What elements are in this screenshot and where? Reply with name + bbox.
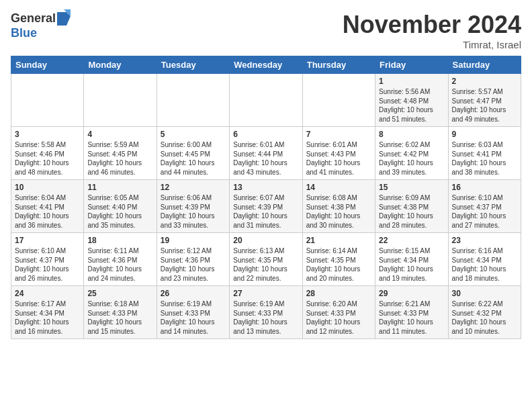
calendar-cell: 27Sunrise: 6:19 AM Sunset: 4:33 PM Dayli… [230, 286, 302, 339]
calendar-cell: 28Sunrise: 6:20 AM Sunset: 4:33 PM Dayli… [302, 286, 375, 339]
day-info: Sunrise: 6:15 AM Sunset: 4:34 PM Dayligh… [379, 246, 444, 283]
day-number: 23 [452, 236, 517, 245]
calendar-cell: 17Sunrise: 6:10 AM Sunset: 4:37 PM Dayli… [11, 233, 84, 286]
calendar-header-row: SundayMondayTuesdayWednesdayThursdayFrid… [11, 56, 521, 74]
day-info: Sunrise: 6:10 AM Sunset: 4:37 PM Dayligh… [15, 246, 80, 283]
day-number: 22 [379, 236, 444, 245]
day-info: Sunrise: 6:04 AM Sunset: 4:41 PM Dayligh… [15, 193, 80, 230]
day-number: 18 [87, 236, 152, 245]
day-info: Sunrise: 6:03 AM Sunset: 4:41 PM Dayligh… [452, 140, 517, 177]
day-info: Sunrise: 6:10 AM Sunset: 4:37 PM Dayligh… [452, 193, 517, 230]
calendar-week-1: 1Sunrise: 5:56 AM Sunset: 4:48 PM Daylig… [11, 74, 521, 127]
calendar-cell: 23Sunrise: 6:16 AM Sunset: 4:34 PM Dayli… [448, 233, 521, 286]
day-number: 3 [15, 130, 80, 139]
day-info: Sunrise: 6:14 AM Sunset: 4:35 PM Dayligh… [306, 246, 371, 283]
day-info: Sunrise: 6:20 AM Sunset: 4:33 PM Dayligh… [306, 300, 371, 336]
logo-icon [57, 9, 71, 26]
day-number: 4 [87, 130, 152, 139]
calendar-header-sunday: Sunday [11, 56, 84, 74]
day-info: Sunrise: 6:13 AM Sunset: 4:35 PM Dayligh… [233, 246, 298, 283]
day-number: 24 [15, 289, 80, 298]
calendar-cell: 16Sunrise: 6:10 AM Sunset: 4:37 PM Dayli… [448, 180, 521, 233]
day-info: Sunrise: 5:59 AM Sunset: 4:45 PM Dayligh… [87, 140, 152, 177]
calendar-cell: 26Sunrise: 6:19 AM Sunset: 4:33 PM Dayli… [157, 286, 229, 339]
day-number: 14 [306, 183, 371, 192]
day-number: 15 [379, 183, 444, 192]
calendar-cell: 2Sunrise: 5:57 AM Sunset: 4:47 PM Daylig… [448, 74, 521, 127]
page-header: General Blue November 2024 Timrat, Israe… [11, 11, 521, 50]
calendar: SundayMondayTuesdayWednesdayThursdayFrid… [11, 56, 521, 339]
day-number: 5 [161, 130, 226, 139]
day-number: 20 [233, 236, 298, 245]
day-info: Sunrise: 6:00 AM Sunset: 4:45 PM Dayligh… [161, 140, 226, 177]
calendar-cell: 3Sunrise: 5:58 AM Sunset: 4:46 PM Daylig… [11, 127, 84, 180]
day-number: 27 [233, 289, 298, 298]
calendar-header-wednesday: Wednesday [230, 56, 302, 74]
day-number: 30 [452, 289, 517, 298]
calendar-cell [11, 74, 84, 127]
calendar-week-3: 10Sunrise: 6:04 AM Sunset: 4:41 PM Dayli… [11, 180, 521, 233]
day-info: Sunrise: 6:17 AM Sunset: 4:34 PM Dayligh… [15, 300, 80, 336]
day-info: Sunrise: 6:22 AM Sunset: 4:32 PM Dayligh… [452, 300, 517, 336]
calendar-cell: 12Sunrise: 6:06 AM Sunset: 4:39 PM Dayli… [157, 180, 229, 233]
day-info: Sunrise: 6:02 AM Sunset: 4:42 PM Dayligh… [379, 140, 444, 177]
day-number: 11 [87, 183, 152, 192]
calendar-cell: 8Sunrise: 6:02 AM Sunset: 4:42 PM Daylig… [375, 127, 448, 180]
calendar-header-saturday: Saturday [448, 56, 521, 74]
location: Timrat, Israel [343, 39, 521, 50]
day-number: 7 [306, 130, 371, 139]
logo-blue: Blue [11, 27, 71, 40]
day-info: Sunrise: 6:09 AM Sunset: 4:38 PM Dayligh… [379, 193, 444, 230]
calendar-cell [157, 74, 229, 127]
day-info: Sunrise: 5:56 AM Sunset: 4:48 PM Dayligh… [379, 87, 444, 124]
day-info: Sunrise: 6:18 AM Sunset: 4:33 PM Dayligh… [87, 300, 152, 336]
calendar-week-5: 24Sunrise: 6:17 AM Sunset: 4:34 PM Dayli… [11, 286, 521, 339]
day-number: 17 [15, 236, 80, 245]
calendar-header-thursday: Thursday [302, 56, 375, 74]
day-info: Sunrise: 6:07 AM Sunset: 4:39 PM Dayligh… [233, 193, 298, 230]
calendar-week-4: 17Sunrise: 6:10 AM Sunset: 4:37 PM Dayli… [11, 233, 521, 286]
day-info: Sunrise: 6:08 AM Sunset: 4:38 PM Dayligh… [306, 193, 371, 230]
day-info: Sunrise: 6:12 AM Sunset: 4:36 PM Dayligh… [161, 246, 226, 283]
day-number: 1 [379, 77, 444, 86]
logo: General Blue [11, 11, 71, 40]
day-number: 12 [161, 183, 226, 192]
day-number: 9 [452, 130, 517, 139]
title-section: November 2024 Timrat, Israel [343, 11, 521, 50]
day-info: Sunrise: 6:21 AM Sunset: 4:33 PM Dayligh… [379, 300, 444, 336]
day-info: Sunrise: 6:11 AM Sunset: 4:36 PM Dayligh… [87, 246, 152, 283]
day-number: 16 [452, 183, 517, 192]
day-number: 26 [161, 289, 226, 298]
calendar-cell: 14Sunrise: 6:08 AM Sunset: 4:38 PM Dayli… [302, 180, 375, 233]
calendar-cell: 11Sunrise: 6:05 AM Sunset: 4:40 PM Dayli… [84, 180, 157, 233]
day-info: Sunrise: 6:05 AM Sunset: 4:40 PM Dayligh… [87, 193, 152, 230]
day-number: 19 [161, 236, 226, 245]
day-number: 10 [15, 183, 80, 192]
month-title: November 2024 [343, 11, 521, 39]
day-info: Sunrise: 6:16 AM Sunset: 4:34 PM Dayligh… [452, 246, 517, 283]
calendar-cell [230, 74, 302, 127]
calendar-cell: 20Sunrise: 6:13 AM Sunset: 4:35 PM Dayli… [230, 233, 302, 286]
calendar-cell: 30Sunrise: 6:22 AM Sunset: 4:32 PM Dayli… [448, 286, 521, 339]
calendar-header-friday: Friday [375, 56, 448, 74]
calendar-header-tuesday: Tuesday [157, 56, 229, 74]
calendar-cell: 5Sunrise: 6:00 AM Sunset: 4:45 PM Daylig… [157, 127, 229, 180]
calendar-cell: 19Sunrise: 6:12 AM Sunset: 4:36 PM Dayli… [157, 233, 229, 286]
calendar-cell [302, 74, 375, 127]
calendar-cell: 22Sunrise: 6:15 AM Sunset: 4:34 PM Dayli… [375, 233, 448, 286]
day-number: 13 [233, 183, 298, 192]
day-info: Sunrise: 5:58 AM Sunset: 4:46 PM Dayligh… [15, 140, 80, 177]
day-info: Sunrise: 6:01 AM Sunset: 4:43 PM Dayligh… [306, 140, 371, 177]
calendar-cell: 6Sunrise: 6:01 AM Sunset: 4:44 PM Daylig… [230, 127, 302, 180]
calendar-cell: 25Sunrise: 6:18 AM Sunset: 4:33 PM Dayli… [84, 286, 157, 339]
calendar-cell: 7Sunrise: 6:01 AM Sunset: 4:43 PM Daylig… [302, 127, 375, 180]
calendar-cell: 15Sunrise: 6:09 AM Sunset: 4:38 PM Dayli… [375, 180, 448, 233]
calendar-cell: 24Sunrise: 6:17 AM Sunset: 4:34 PM Dayli… [11, 286, 84, 339]
calendar-cell: 21Sunrise: 6:14 AM Sunset: 4:35 PM Dayli… [302, 233, 375, 286]
logo-general: General [11, 12, 56, 26]
day-number: 6 [233, 130, 298, 139]
day-number: 25 [87, 289, 152, 298]
calendar-cell: 18Sunrise: 6:11 AM Sunset: 4:36 PM Dayli… [84, 233, 157, 286]
day-number: 29 [379, 289, 444, 298]
calendar-week-2: 3Sunrise: 5:58 AM Sunset: 4:46 PM Daylig… [11, 127, 521, 180]
